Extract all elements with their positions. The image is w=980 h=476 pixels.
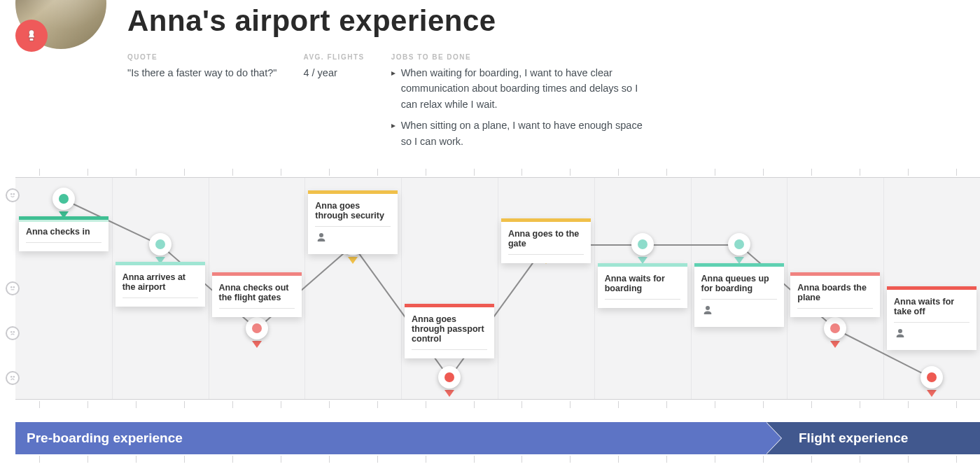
svg-point-2 bbox=[10, 287, 11, 288]
journey-node[interactable] bbox=[728, 233, 750, 255]
journey-node[interactable] bbox=[824, 317, 846, 340]
phase-label: Flight experience bbox=[799, 430, 908, 446]
svg-point-5 bbox=[13, 332, 14, 332]
emoji-neutral-icon bbox=[6, 281, 20, 295]
journey-chart: Anna checks inAnna arrives at the airpor… bbox=[15, 177, 980, 400]
emoji-happy-icon bbox=[6, 188, 20, 202]
journey-node[interactable] bbox=[52, 188, 75, 210]
persona-type-badge bbox=[15, 20, 48, 52]
avg-flights-value: 4 / year bbox=[303, 65, 364, 80]
svg-point-4 bbox=[10, 332, 11, 332]
journey-node[interactable] bbox=[920, 366, 943, 388]
journey-card[interactable]: Anna goes through passport control bbox=[405, 304, 494, 358]
emoji-sad-icon bbox=[6, 326, 20, 340]
journey-card-label: Anna goes through passport control bbox=[412, 314, 487, 344]
quote-value: "Is there a faster way to do that?" bbox=[127, 65, 276, 80]
journey-card[interactable]: Anna boards the plane bbox=[790, 272, 880, 317]
journey-card-label: Anna goes through security bbox=[315, 201, 391, 220]
journey-card-label: Anna checks in bbox=[26, 227, 102, 237]
journey-card-label: Anna boards the plane bbox=[797, 283, 873, 302]
journey-card-label: Anna arrives at the airport bbox=[122, 272, 198, 292]
persona-header: Anna's airport experience QUOTE "Is ther… bbox=[0, 0, 980, 167]
svg-point-7 bbox=[13, 377, 14, 377]
page-title: Anna's airport experience bbox=[127, 4, 980, 38]
journey-card[interactable]: Anna goes through security bbox=[308, 190, 398, 254]
svg-point-1 bbox=[13, 194, 14, 195]
avg-flights-label: AVG. FLIGHTS bbox=[303, 53, 364, 61]
persona-woman-icon bbox=[24, 28, 39, 43]
person-icon bbox=[701, 304, 777, 318]
journey-card[interactable]: Anna waits for boarding bbox=[598, 263, 687, 308]
jtbd-item: When waiting for boarding, I want to hav… bbox=[391, 65, 643, 112]
column-ticks-top bbox=[15, 167, 980, 177]
phase-ribbons: Pre-boarding experience Flight experienc… bbox=[15, 422, 980, 454]
phase-pre-boarding: Pre-boarding experience bbox=[15, 422, 766, 454]
journey-card-label: Anna waits for boarding bbox=[605, 274, 680, 293]
person-icon bbox=[315, 231, 391, 246]
column-ticks-bottom bbox=[15, 400, 980, 410]
journey-card[interactable]: Anna queues up for boarding bbox=[694, 263, 784, 327]
emoji-very-sad-icon bbox=[6, 371, 20, 385]
journey-card[interactable]: Anna checks in bbox=[19, 216, 108, 251]
svg-point-0 bbox=[10, 194, 11, 195]
avatar-wrap bbox=[15, 0, 106, 49]
quote-label: QUOTE bbox=[127, 53, 276, 61]
journey-node[interactable] bbox=[631, 233, 654, 255]
column-ticks-images bbox=[15, 454, 980, 464]
jtbd-label: JOBS TO BE DONE bbox=[391, 53, 643, 61]
quote-block: QUOTE "Is there a faster way to do that?… bbox=[127, 53, 276, 155]
avg-flights-block: AVG. FLIGHTS 4 / year bbox=[303, 53, 364, 155]
journey-card[interactable]: Anna waits for take off bbox=[887, 286, 976, 350]
journey-card[interactable]: Anna goes to the gate bbox=[501, 218, 591, 263]
jtbd-block: JOBS TO BE DONE When waiting for boardin… bbox=[391, 53, 643, 155]
journey-node[interactable] bbox=[246, 317, 268, 340]
journey-node[interactable] bbox=[149, 233, 172, 255]
jtbd-item: When sitting on a plane, I want to have … bbox=[391, 118, 643, 149]
journey-node[interactable] bbox=[438, 366, 461, 388]
journey-card[interactable]: Anna checks out the flight gates bbox=[212, 272, 302, 317]
journey-card[interactable]: Anna arrives at the airport bbox=[115, 262, 205, 307]
journey-card-label: Anna checks out the flight gates bbox=[219, 283, 295, 302]
person-icon bbox=[894, 327, 969, 342]
journey-card-label: Anna goes to the gate bbox=[508, 229, 584, 248]
svg-point-3 bbox=[13, 287, 14, 288]
phase-label: Pre-boarding experience bbox=[27, 430, 183, 446]
svg-point-6 bbox=[10, 377, 11, 377]
journey-card-label: Anna queues up for boarding bbox=[701, 274, 777, 293]
phase-flight: Flight experience bbox=[766, 422, 980, 454]
journey-card-label: Anna waits for take off bbox=[894, 297, 969, 316]
